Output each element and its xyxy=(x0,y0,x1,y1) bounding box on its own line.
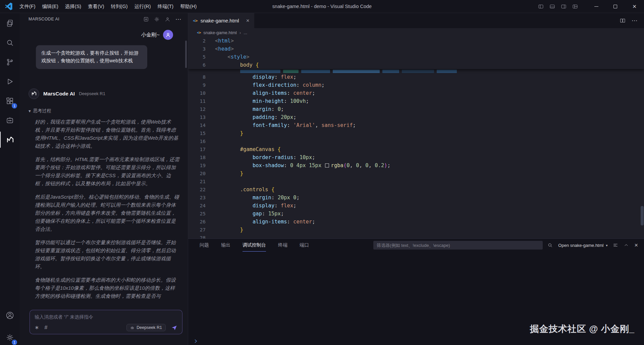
account-icon[interactable] xyxy=(0,307,20,323)
maximize-panel-icon[interactable] xyxy=(624,243,629,248)
explorer-icon[interactable] xyxy=(0,15,20,31)
marscode-sidebar: MARSCODE AI ⋯ 小金刚~ 生成一个贪吃蛇游戏，要有停止按钮，开始游戏… xyxy=(20,13,188,345)
minimize-button[interactable] xyxy=(587,0,606,13)
thinking-toggle[interactable]: ▾ 思考过程 xyxy=(29,108,180,114)
html-file-icon: <> xyxy=(193,18,198,23)
editor-more-actions-icon[interactable]: ⋯ xyxy=(632,18,637,23)
menu-item[interactable]: 终端(T) xyxy=(154,0,177,13)
sidebar-scrollbar[interactable] xyxy=(185,41,187,68)
tab-close-icon[interactable]: × xyxy=(246,18,250,23)
search-icon[interactable] xyxy=(0,34,20,51)
code-line: 5<style> xyxy=(188,53,644,61)
code-line: 9flex-direction: column; xyxy=(188,81,644,89)
extensions-icon[interactable]: 1 xyxy=(0,93,20,109)
assistant-name: MarsCode AI xyxy=(43,91,75,97)
chat-input[interactable] xyxy=(35,314,177,320)
code-line: 12margin: 0; xyxy=(188,105,644,113)
line-number: 24 xyxy=(188,202,206,210)
user-avatar xyxy=(163,30,173,40)
chat-input-box[interactable]: ∗ # Deepseek R1 xyxy=(30,310,182,334)
customize-layout-icon[interactable] xyxy=(572,4,578,9)
context-hash-icon[interactable]: # xyxy=(44,325,47,330)
marscode-icon[interactable] xyxy=(0,132,20,148)
thinking-paragraph: 暂停功能可以通过一个布尔变量来控制游戏循环是否继续。开始按钮要重置游戏状态，包括… xyxy=(35,238,180,271)
command-asterisk-icon[interactable]: ∗ xyxy=(35,325,39,330)
panel-tab[interactable]: 端口 xyxy=(300,239,309,252)
code-lines: 8display: flex;9flex-direction: column;1… xyxy=(188,69,644,238)
code-line: 13padding: 20px; xyxy=(188,113,644,121)
editor-region: <> snake-game.html × ⋯ <> snake-game.htm… xyxy=(188,13,644,345)
sticky-scroll: 2<html>3<head>5<style>6body { xyxy=(188,37,644,69)
maximize-button[interactable] xyxy=(606,0,625,13)
editor-scrollbar-thumb[interactable] xyxy=(641,206,644,225)
toggle-sidebar-icon[interactable] xyxy=(538,4,544,9)
line-number: 28 xyxy=(188,234,206,238)
line-number: 21 xyxy=(188,178,206,186)
breadcrumb-more[interactable]: ... xyxy=(244,30,247,35)
chat-settings-gear-icon[interactable] xyxy=(154,16,160,22)
close-window-button[interactable]: × xyxy=(625,0,644,13)
chat-area[interactable]: 小金刚~ 生成一个贪吃蛇游戏，要有停止按钮，开始游戏按钮，食物的位置随机，使用w… xyxy=(20,25,188,306)
output-options-icon[interactable] xyxy=(613,243,618,248)
activity-bar: 1 1 xyxy=(0,13,20,345)
breadcrumb-file-icon: <> xyxy=(197,30,201,35)
line-number: 27 xyxy=(188,226,206,234)
breadcrumb-file[interactable]: snake-game.html xyxy=(203,30,237,35)
debug-filter-input[interactable] xyxy=(373,241,543,250)
code-line: 27} xyxy=(188,226,644,234)
line-number: 25 xyxy=(188,210,206,218)
user-row: 小金刚~ xyxy=(29,30,173,40)
settings-gear-icon[interactable]: 1 xyxy=(0,329,20,345)
panel-tab[interactable]: 终端 xyxy=(278,239,287,252)
source-control-icon[interactable] xyxy=(0,54,20,70)
line-number: 19 xyxy=(188,161,206,169)
split-editor-icon[interactable] xyxy=(620,18,626,23)
debug-console-content[interactable]: 掘金技术社区 @ 小金刚_ xyxy=(188,252,644,345)
thinking-label: 思考过程 xyxy=(33,108,51,114)
tab-snake-game[interactable]: <> snake-game.html × xyxy=(188,13,255,28)
close-panel-icon[interactable]: × xyxy=(634,242,638,248)
line-number: 15 xyxy=(188,129,206,137)
extensions-badge: 1 xyxy=(12,103,17,109)
code-line: 24display: flex; xyxy=(188,202,644,210)
panel-tab[interactable]: 调试控制台 xyxy=(243,239,266,252)
new-chat-icon[interactable] xyxy=(143,16,149,22)
code-line: 14font-family: 'Arial', sans-serif; xyxy=(188,121,644,129)
color-swatch[interactable] xyxy=(325,163,329,167)
profile-icon[interactable] xyxy=(165,16,170,22)
menu-item[interactable]: 文件(F) xyxy=(16,0,39,13)
panel-tab[interactable]: 问题 xyxy=(200,239,209,252)
toggle-secondary-sidebar-icon[interactable] xyxy=(561,4,567,9)
model-selector-badge[interactable]: Deepseek R1 xyxy=(126,324,166,331)
code-line: 23margin: 20px 0; xyxy=(188,194,644,202)
panel-tab[interactable]: 输出 xyxy=(221,239,230,252)
menu-item[interactable]: 选择(S) xyxy=(62,0,85,13)
code-line: 17#gameCanvas { xyxy=(188,145,644,153)
code-line: 15} xyxy=(188,129,644,137)
line-number: 18 xyxy=(188,153,206,161)
line-number: 11 xyxy=(188,97,206,105)
console-prompt[interactable] xyxy=(194,339,198,343)
line-number: 13 xyxy=(188,113,206,121)
vscode-logo-icon xyxy=(5,2,13,10)
menu-item[interactable]: 查看(V) xyxy=(85,0,107,13)
user-name: 小金刚~ xyxy=(141,31,160,39)
menu-item[interactable]: 编辑(E) xyxy=(39,0,62,13)
menu-item[interactable]: 运行(R) xyxy=(131,0,154,13)
console-source-dropdown[interactable]: Open snake-game.html ▾ xyxy=(558,243,607,248)
ai-extension-icon[interactable] xyxy=(0,112,20,128)
more-actions-icon[interactable]: ⋯ xyxy=(175,16,181,22)
line-number: 16 xyxy=(188,137,206,145)
toggle-panel-icon[interactable] xyxy=(549,4,555,9)
line-number: 26 xyxy=(188,218,206,226)
title-bar: 文件(F)编辑(E)选择(S)查看(V)转到(G)运行(R)终端(T)帮助(H)… xyxy=(0,0,644,13)
menu-item[interactable]: 帮助(H) xyxy=(177,0,200,13)
send-icon[interactable] xyxy=(171,325,177,331)
panel-search-icon[interactable] xyxy=(547,243,553,248)
bottom-panel: 问题输出调试控制台终端端口 Open snake-game.html ▾ × 掘… xyxy=(188,238,644,345)
code-line: 26align-items: center; xyxy=(188,218,644,226)
menu-item[interactable]: 转到(G) xyxy=(108,0,131,13)
code-editor[interactable]: 2<html>3<head>5<style>6body { 8display: … xyxy=(188,37,644,238)
dropdown-chevron-icon: ▾ xyxy=(606,244,607,247)
run-debug-icon[interactable] xyxy=(0,73,20,89)
